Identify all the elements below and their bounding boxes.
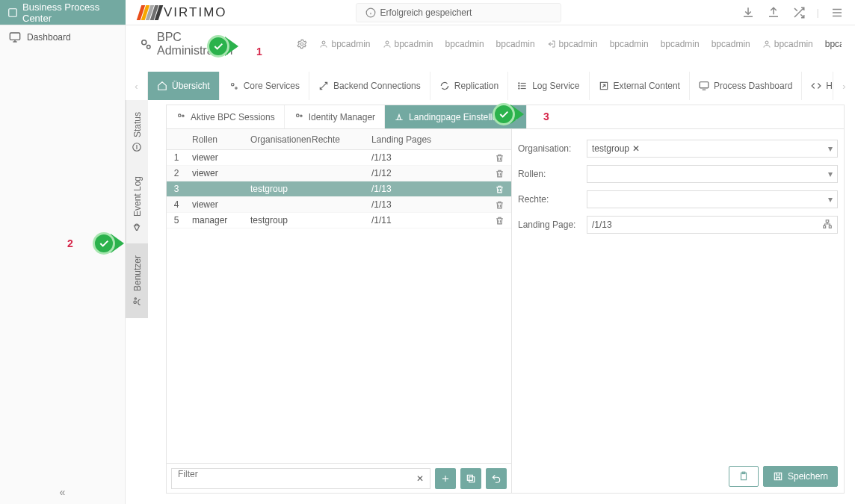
svg-rect-42 — [469, 476, 475, 482]
subtab-identity[interactable]: Identity Manager — [285, 105, 385, 128]
notification-text: Erfolgreich gespeichert — [380, 7, 472, 18]
annotation-1 — [207, 35, 240, 68]
col-lp[interactable]: Landing Pages — [371, 134, 488, 145]
vtab-benutzer[interactable]: Benutzer — [126, 243, 148, 318]
delete-row-button[interactable] — [488, 200, 510, 210]
check-icon — [212, 40, 224, 52]
rechte-select[interactable]: ▾ — [587, 190, 838, 208]
monitor-icon — [699, 81, 709, 91]
tab-log-service[interactable]: Log Service — [508, 72, 589, 100]
svg-point-17 — [235, 87, 236, 89]
filter-row: ✕ — [167, 463, 511, 493]
tab-core-services[interactable]: Core Services — [220, 72, 309, 100]
tab-replication[interactable]: Replication — [430, 72, 508, 100]
undo-icon — [491, 473, 501, 484]
filter-input[interactable] — [178, 469, 424, 479]
users-icon — [294, 112, 304, 122]
col-rollen[interactable]: Rollen — [186, 134, 250, 145]
rollen-label: Rollen: — [518, 169, 579, 179]
filter-input-wrap: ✕ — [171, 468, 430, 489]
table-row[interactable]: 1 viewer /1/13 — [167, 150, 511, 166]
svg-point-15 — [765, 41, 768, 44]
table-row[interactable]: 2 viewer /1/12 — [167, 166, 511, 181]
annotation-num-3: 3 — [543, 111, 549, 122]
sidebar-item-label: Dashboard — [27, 32, 71, 43]
home-icon — [157, 81, 167, 91]
crumb-item[interactable]: bpcadmin ▾ — [825, 39, 842, 49]
lp-input[interactable]: /1/13 — [587, 216, 838, 234]
rollen-select[interactable]: ▾ — [587, 165, 838, 183]
collapse-sidebar-button[interactable]: « — [60, 486, 66, 498]
crumb-item[interactable]: bpcadmin — [496, 39, 535, 49]
crumb-item[interactable]: bpcadmin — [383, 39, 433, 49]
crumb-item[interactable]: bpcadmin — [445, 39, 484, 49]
top-icons: | — [741, 5, 855, 20]
subtab-sessions[interactable]: Aktive BPC Sessions — [167, 105, 285, 128]
table-row[interactable]: 5 manager testgroup /1/11 — [167, 213, 511, 228]
delete-row-button[interactable] — [488, 216, 510, 225]
expand-icon — [318, 81, 329, 91]
table-row[interactable]: 3 testgroup /1/13 — [167, 181, 511, 197]
delete-row-button[interactable] — [488, 153, 510, 163]
content: Rollen Organisationen Rechte Landing Pag… — [166, 128, 845, 494]
logo-text: VIRTIMO — [164, 5, 227, 20]
sidebar-item-dashboard[interactable]: Dashboard — [0, 25, 125, 49]
crumb-item[interactable]: bpcadmin — [610, 39, 649, 49]
vtab-event-log[interactable]: Event Log — [126, 164, 148, 243]
undo-button[interactable] — [486, 468, 507, 489]
col-rechte[interactable]: Rechte — [312, 134, 371, 145]
crumb-item[interactable]: bpcadmin — [762, 39, 813, 49]
vtab-status[interactable]: Status — [126, 100, 148, 164]
upload-icon[interactable] — [766, 5, 781, 20]
col-org[interactable]: Organisationen — [250, 134, 312, 145]
svg-point-38 — [296, 113, 299, 116]
tab-process-dashboard[interactable]: Process Dashboard — [690, 72, 802, 100]
crumb-item[interactable]: bpcadmin — [547, 39, 598, 49]
svg-point-16 — [231, 84, 234, 87]
sitemap-icon[interactable] — [822, 219, 833, 231]
delete-row-button[interactable] — [488, 184, 510, 194]
tab-backend-connections[interactable]: Backend Connections — [309, 72, 430, 100]
delete-row-button[interactable] — [488, 169, 510, 178]
brand-left: Business Process Center — [0, 0, 126, 25]
annotation-num-2: 2 — [67, 237, 73, 249]
clear-filter-button[interactable]: ✕ — [416, 473, 424, 484]
tabs-scroll-right[interactable]: › — [833, 72, 855, 100]
svg-rect-25 — [700, 82, 709, 88]
menu-icon[interactable] — [830, 5, 845, 20]
monitor-icon — [9, 31, 21, 43]
annotation-2 — [93, 232, 126, 265]
remove-chip-icon[interactable]: ✕ — [632, 143, 640, 154]
info-icon — [365, 7, 376, 18]
org-select[interactable]: testgroup ✕ ▾ — [587, 140, 838, 158]
landing-icon — [394, 112, 404, 122]
crumb-item[interactable]: bpcadmin — [661, 39, 700, 49]
crumb-item[interactable]: bpcadmin — [712, 39, 750, 49]
svg-point-36 — [179, 113, 182, 116]
rechte-label: Rechte: — [518, 194, 579, 205]
svg-point-10 — [142, 40, 146, 45]
copy-button[interactable] — [460, 468, 481, 489]
table-row[interactable]: 4 viewer /1/13 — [167, 197, 511, 213]
svg-point-39 — [300, 115, 301, 116]
org-label: Organisation: — [518, 143, 579, 154]
save-button[interactable]: Speichern — [763, 466, 838, 487]
crumb-item[interactable]: bpcadmin — [319, 39, 370, 49]
code-icon — [811, 81, 821, 91]
tab-external-content[interactable]: External Content — [590, 72, 690, 100]
annotation-num-1: 1 — [256, 46, 262, 57]
lp-label: Landing Page: — [518, 220, 579, 230]
tabs-scroll-left[interactable]: ‹ — [126, 72, 148, 100]
check-icon — [98, 237, 110, 249]
shuffle-icon[interactable] — [791, 5, 806, 20]
notification-toast: Erfolgreich gespeichert — [356, 3, 561, 22]
tab-uebersicht[interactable]: Übersicht — [148, 72, 220, 100]
clipboard-button[interactable] — [729, 466, 759, 487]
svg-point-22 — [519, 85, 519, 86]
vertical-rail: Status Event Log Benutzer — [126, 100, 148, 504]
download-icon[interactable] — [741, 5, 756, 20]
svg-rect-49 — [774, 473, 781, 479]
add-button[interactable] — [435, 468, 456, 489]
tab-html-content[interactable]: HTML Content — [802, 72, 833, 100]
breadcrumb-list: bpcadmin bpcadmin bpcadmin bpcadmin bpca… — [297, 39, 842, 49]
